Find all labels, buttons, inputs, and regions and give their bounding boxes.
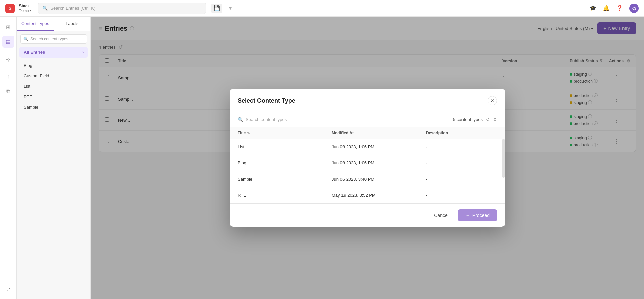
modal-row-sample[interactable]: Sample Jun 05 2023, 3:40 PM - xyxy=(230,171,505,187)
modal-row-description: - xyxy=(426,144,497,149)
sidebar-item-rte[interactable]: RTE xyxy=(17,91,90,102)
modal-reset-icon[interactable]: ↺ xyxy=(486,117,490,122)
sidebar-item-sample[interactable]: Sample xyxy=(17,102,90,112)
modal-search-bar: 🔍 Search content types 5 content types ↺… xyxy=(230,112,505,127)
sidebar-icon-puzzle[interactable]: ⊹ xyxy=(2,53,14,65)
tab-labels[interactable]: Labels xyxy=(54,17,91,31)
app-brand: Stack Demo ▾ xyxy=(19,4,31,13)
cancel-button[interactable]: Cancel xyxy=(429,210,454,221)
modal-search-input[interactable]: 🔍 Search content types xyxy=(238,117,287,122)
global-search[interactable]: 🔍 Search Entries (Ctrl+K) xyxy=(38,3,206,14)
modal-overlay: Select Content Type ✕ 🔍 Search content t… xyxy=(91,17,644,299)
notification-icon[interactable]: 🔔 xyxy=(602,4,610,12)
modal-row-title: Sample xyxy=(238,177,332,182)
sidebar-item-custom-field[interactable]: Custom Field xyxy=(17,71,90,81)
modal-row-description: - xyxy=(426,160,497,165)
avatar[interactable]: KS xyxy=(629,4,639,13)
modal-header: Select Content Type ✕ xyxy=(230,89,505,112)
scrollbar[interactable] xyxy=(502,139,505,178)
topbar-actions: 🎓 🔔 ❓ KS xyxy=(589,4,639,13)
modal-footer: Cancel → Proceed xyxy=(230,203,505,227)
sidebar-icon-grid[interactable]: ⊞ xyxy=(2,21,14,33)
modal-row-title: RTE xyxy=(238,193,332,198)
modal-table-rows: List Jun 08 2023, 1:06 PM - Blog Jun 08 … xyxy=(230,139,505,203)
modal-search-right: 5 content types ↺ ⚙ xyxy=(453,117,497,122)
select-content-type-modal: Select Content Type ✕ 🔍 Search content t… xyxy=(230,89,505,227)
main-layout: ⊞ ▤ ⊹ ↑ ⧉ ⇌ Content Types Labels 🔍 Searc… xyxy=(0,17,644,299)
col-title-header[interactable]: Title ⇅ xyxy=(238,130,332,135)
modal-row-modified: Jun 05 2023, 3:40 PM xyxy=(332,177,426,182)
col-description-header: Description xyxy=(426,130,497,135)
sidebar-icon-clipboard[interactable]: ⧉ xyxy=(2,85,14,98)
modal-close-button[interactable]: ✕ xyxy=(488,96,497,105)
app-logo: S xyxy=(5,4,15,13)
sidebar-search-placeholder: Search content types xyxy=(30,37,68,41)
col-modified-header[interactable]: Modified At ↓ xyxy=(332,130,426,135)
sidebar-search[interactable]: 🔍 Search content types xyxy=(20,34,87,44)
content-sidebar: Content Types Labels 🔍 Search content ty… xyxy=(17,17,91,299)
sidebar-icon-connect[interactable]: ⇌ xyxy=(2,283,14,295)
sidebar-icons: ⊞ ▤ ⊹ ↑ ⧉ ⇌ xyxy=(0,17,17,299)
modal-row-modified: Jun 08 2023, 1:06 PM xyxy=(332,160,426,165)
sort-icon: ⇅ xyxy=(247,131,250,135)
sort-desc-icon: ↓ xyxy=(355,131,357,135)
modal-row-blog[interactable]: Blog Jun 08 2023, 1:06 PM - xyxy=(230,155,505,171)
help-icon[interactable]: ❓ xyxy=(616,4,624,12)
modal-row-modified: May 19 2023, 3:52 PM xyxy=(332,193,426,198)
brand-name: Stack xyxy=(19,4,31,8)
modal-row-description: - xyxy=(426,177,497,182)
proceed-button[interactable]: → Proceed xyxy=(458,209,497,221)
tab-content-types[interactable]: Content Types xyxy=(17,17,54,31)
topbar: S Stack Demo ▾ 🔍 Search Entries (Ctrl+K)… xyxy=(0,0,644,17)
dropdown-icon[interactable]: ▾ xyxy=(226,4,234,12)
main-content: ≡ Entries ⓘ English - United States (M) … xyxy=(91,17,644,299)
sidebar-item-list[interactable]: List xyxy=(17,81,90,91)
sidebar-search-icon: 🔍 xyxy=(23,37,28,41)
modal-table-header: Title ⇅ Modified At ↓ Description xyxy=(230,127,505,139)
sidebar-list: Blog Custom Field List RTE Sample xyxy=(17,58,90,115)
modal-search-icon: 🔍 xyxy=(238,117,243,122)
modal-table-body: List Jun 08 2023, 1:06 PM - Blog Jun 08 … xyxy=(230,139,505,203)
sidebar-icon-upload[interactable]: ↑ xyxy=(2,71,14,83)
modal-row-title: Blog xyxy=(238,160,332,165)
modal-row-description: - xyxy=(426,193,497,198)
sidebar-tabs: Content Types Labels xyxy=(17,17,90,31)
brand-sub[interactable]: Demo ▾ xyxy=(19,8,31,13)
modal-row-rte[interactable]: RTE May 19 2023, 3:52 PM - xyxy=(230,187,505,203)
modal-row-list[interactable]: List Jun 08 2023, 1:06 PM - xyxy=(230,139,505,155)
education-icon[interactable]: 🎓 xyxy=(589,4,597,12)
modal-settings-icon[interactable]: ⚙ xyxy=(493,117,497,122)
sidebar-item-blog[interactable]: Blog xyxy=(17,60,90,71)
chevron-right-icon: › xyxy=(82,50,84,55)
all-entries-item[interactable]: All Entries › xyxy=(19,47,88,58)
modal-title: Select Content Type xyxy=(238,97,295,104)
modal-row-title: List xyxy=(238,144,332,149)
sidebar-icon-layers[interactable]: ▤ xyxy=(2,36,14,48)
save-icon[interactable]: 💾 xyxy=(211,4,222,13)
search-icon: 🔍 xyxy=(42,6,48,11)
modal-row-modified: Jun 08 2023, 1:06 PM xyxy=(332,144,426,149)
